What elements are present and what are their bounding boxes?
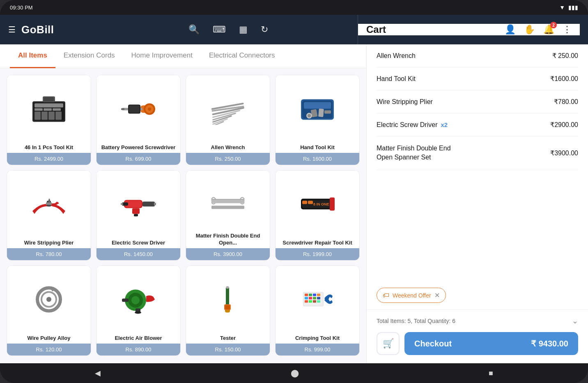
tab-extension-cords[interactable]: Extension Cords [55, 44, 123, 68]
recents-button[interactable]: ■ [489, 369, 493, 378]
cart-item-1[interactable]: Hand Tool Kit ₹1600.00 [377, 67, 578, 90]
svg-rect-32 [318, 108, 324, 117]
product-card-3[interactable]: Hand Tool Kit Rs. 1600.00 [275, 75, 360, 165]
product-price-8: Rs. 120.00 [7, 344, 91, 355]
product-card-5[interactable]: Electric Screw Driver Rs. 1450.00 [96, 170, 181, 261]
product-card-8[interactable]: Wire Pulley Alloy Rs. 120.00 [7, 265, 91, 356]
svg-rect-37 [46, 203, 52, 205]
cart-items-list: Allen Wrench ₹ 250.00 Hand Tool Kit ₹160… [367, 44, 588, 281]
product-card-6[interactable]: Matter Finish Double End Open... Rs. 390… [186, 170, 270, 261]
scan-icon[interactable]: ⌨ [213, 24, 226, 35]
svg-rect-76 [317, 294, 320, 296]
home-button[interactable]: ⬤ [291, 369, 299, 378]
expand-icon[interactable]: ⌄ [572, 316, 578, 325]
svg-rect-9 [55, 112, 62, 120]
svg-rect-70 [225, 305, 230, 309]
tab-electrical-connectors[interactable]: Electrical Connectors [201, 44, 283, 68]
product-card-1[interactable]: Battery Powered Screwdriver Rs. 699.00 [96, 75, 181, 165]
header-middle: 🔍 ⌨ ▦ ↻ [99, 24, 358, 35]
search-icon[interactable]: 🔍 [188, 24, 200, 35]
svg-rect-82 [309, 300, 312, 303]
svg-rect-78 [309, 297, 312, 300]
cart-item-2[interactable]: Wire Stripping Plier ₹780.00 [377, 90, 578, 113]
product-name-6: Matter Finish Double End Open... [186, 230, 270, 248]
svg-rect-14 [121, 108, 124, 110]
product-image-10 [186, 266, 270, 332]
svg-rect-42 [142, 202, 155, 207]
product-price-1: Rs. 699.00 [96, 153, 180, 165]
svg-rect-54 [302, 201, 307, 204]
menu-icon[interactable]: ☰ [8, 25, 16, 35]
product-name-1: Battery Powered Screwdriver [96, 142, 180, 153]
svg-point-62 [131, 296, 140, 305]
product-image-2 [186, 75, 270, 142]
coupon-close-icon[interactable]: ✕ [434, 291, 440, 299]
product-image-7: 8 IN ONE [276, 171, 359, 237]
cart-item-4[interactable]: Matter Finish Double EndOpen Spanner Set… [377, 136, 578, 170]
svg-rect-8 [48, 112, 55, 120]
product-price-0: Rs. 2499.00 [7, 153, 91, 165]
cart-item-name-1: Hand Tool Kit [377, 75, 416, 83]
tab-home-improvement[interactable]: Home Improvement [123, 44, 201, 68]
product-image-3 [276, 75, 359, 142]
product-name-10: Tester [186, 332, 270, 344]
product-card-4[interactable]: Wire Stripping Plier Rs. 780.00 [7, 170, 91, 261]
tab-all-items[interactable]: All Items [10, 44, 55, 68]
cart-summary: Total Items: 5, Total Quantity: 6 ⌄ [377, 316, 578, 325]
svg-rect-75 [313, 294, 316, 296]
checkout-row: 🛒 Checkout ₹ 9430.00 [377, 332, 578, 355]
product-name-7: Screwdriver Repair Tool Kit [276, 237, 359, 248]
coupon-section: 🏷 Weekend Offer ✕ [367, 281, 588, 310]
svg-rect-80 [317, 297, 320, 300]
product-image-11 [276, 266, 359, 332]
cart-item-0[interactable]: Allen Wrench ₹ 250.00 [377, 44, 578, 67]
product-price-10: Rs. 150.00 [186, 344, 270, 355]
product-name-2: Allen Wrench [186, 142, 270, 153]
svg-rect-81 [305, 300, 308, 303]
product-card-7[interactable]: 8 IN ONE Screwdriver Repair Tool Kit Rs.… [275, 170, 360, 261]
svg-point-65 [135, 311, 141, 314]
cart-item-3[interactable]: Electric Screw Driver x2 ₹2900.00 [377, 113, 578, 136]
svg-rect-45 [134, 214, 138, 217]
user-icon[interactable]: 👤 [505, 24, 516, 35]
svg-rect-5 [53, 108, 61, 111]
products-panel: All Items Extension Cords Home Improveme… [0, 44, 366, 363]
cart-item-name-4: Matter Finish Double EndOpen Spanner Set [377, 144, 451, 162]
cart-bag-button[interactable]: 🛒 [377, 332, 400, 355]
svg-rect-63 [122, 299, 129, 302]
back-button[interactable]: ◀ [95, 369, 101, 378]
coupon-tag-icon: 🏷 [383, 292, 389, 299]
svg-rect-74 [309, 294, 312, 296]
product-image-9 [96, 266, 180, 332]
svg-rect-79 [313, 297, 316, 300]
notification-icon[interactable]: 🔔 2 [543, 24, 554, 35]
refresh-icon[interactable]: ↻ [261, 24, 268, 35]
svg-rect-43 [154, 203, 156, 205]
category-tabs: All Items Extension Cords Home Improveme… [0, 44, 366, 68]
top-header: ☰ GoBill 🔍 ⌨ ▦ ↻ Cart 👤 ✋ 🔔 2 [0, 15, 588, 44]
svg-rect-83 [313, 300, 316, 303]
svg-rect-77 [305, 297, 308, 300]
product-card-11[interactable]: Crimping Tool Kit Rs. 999.00 [275, 265, 360, 356]
product-name-0: 46 In 1 Pcs Tool Kit [7, 142, 91, 153]
cart-panel: Allen Wrench ₹ 250.00 Hand Tool Kit ₹160… [366, 44, 588, 363]
coupon-tag[interactable]: 🏷 Weekend Offer ✕ [377, 288, 446, 303]
app-logo: GoBill [21, 23, 54, 36]
barcode-icon[interactable]: ▦ [239, 24, 248, 35]
product-card-10[interactable]: Tester Rs. 150.00 [186, 265, 270, 356]
product-card-2[interactable]: Allen Wrench Rs. 250.00 [186, 75, 270, 165]
cart-title: Cart [366, 24, 386, 35]
product-price-11: Rs. 999.00 [276, 344, 359, 355]
product-image-1 [96, 75, 180, 142]
cart-item-price-0: ₹ 250.00 [552, 52, 578, 60]
product-grid: 46 In 1 Pcs Tool Kit Rs. 2499.00 [0, 68, 366, 363]
cart-item-name-row-4: Matter Finish Double EndOpen Spanner Set [377, 144, 451, 162]
hand-icon[interactable]: ✋ [524, 24, 535, 35]
svg-rect-49 [211, 200, 244, 203]
product-card-9[interactable]: Electric Air Blower Rs. 890.00 [96, 265, 181, 356]
checkout-button[interactable]: Checkout ₹ 9430.00 [404, 332, 578, 355]
more-options-icon[interactable]: ⋮ [563, 24, 572, 35]
svg-rect-73 [305, 294, 308, 296]
product-card-0[interactable]: 46 In 1 Pcs Tool Kit Rs. 2499.00 [7, 75, 91, 165]
svg-rect-53 [330, 198, 335, 211]
